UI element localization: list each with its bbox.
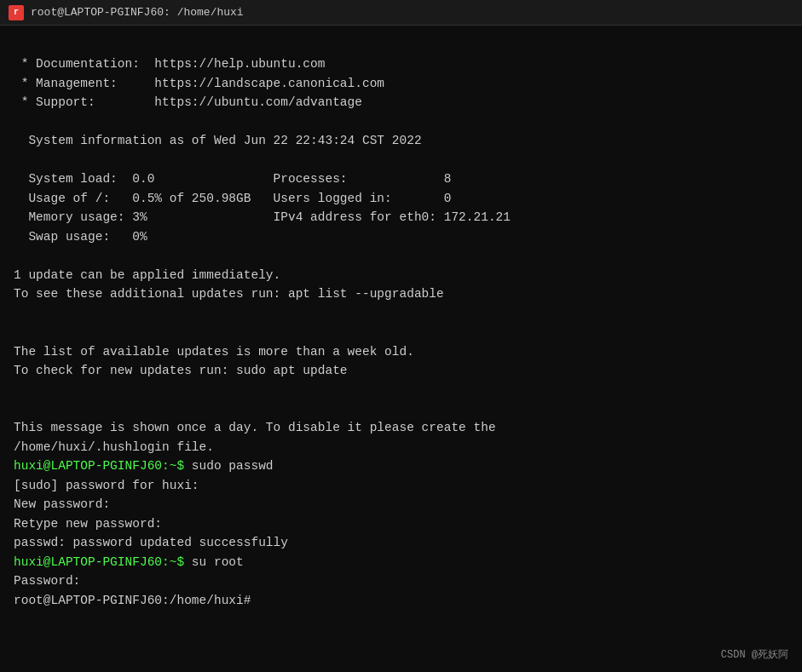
terminal-output: * Documentation: https://help.ubuntu.com…: [14, 36, 788, 610]
title-bar-text: root@LAPTOP-PGINFJ60: /home/huxi: [31, 6, 244, 19]
watermark: CSDN @死妖阿: [721, 647, 788, 662]
title-bar: r root@LAPTOP-PGINFJ60: /home/huxi: [0, 0, 802, 26]
terminal-icon: r: [9, 5, 24, 20]
terminal-window[interactable]: * Documentation: https://help.ubuntu.com…: [0, 26, 802, 672]
